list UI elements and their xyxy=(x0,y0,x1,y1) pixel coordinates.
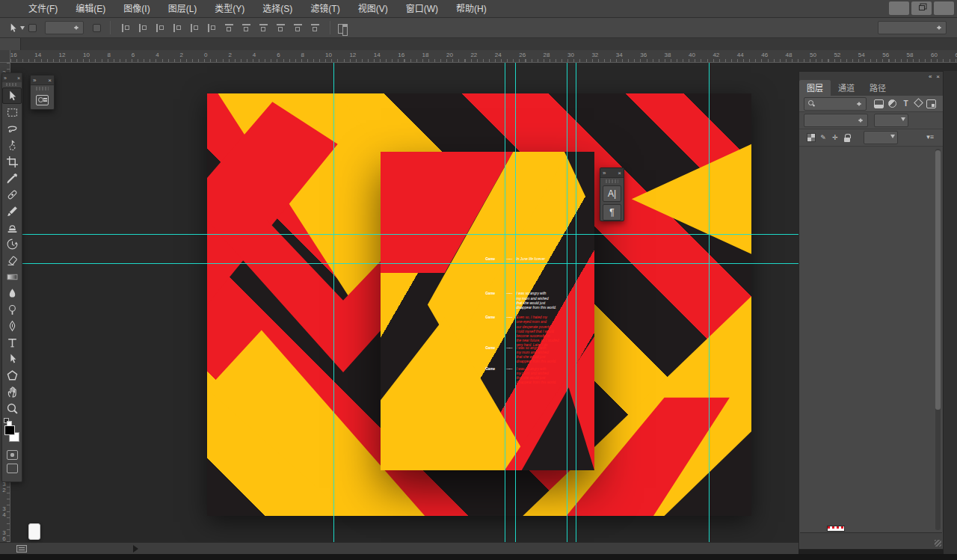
guide[interactable] xyxy=(333,63,334,542)
close-button[interactable] xyxy=(934,1,954,15)
restore-button[interactable] xyxy=(911,1,932,15)
layers-scrollbar[interactable] xyxy=(935,149,941,530)
zoom-tool[interactable] xyxy=(2,400,22,416)
document-tab[interactable] xyxy=(0,38,21,50)
close-icon[interactable]: × xyxy=(17,76,20,81)
guide[interactable] xyxy=(505,63,505,542)
minimize-button[interactable] xyxy=(889,1,909,15)
path-selection-tool[interactable] xyxy=(2,351,22,367)
blend-mode-dropdown[interactable] xyxy=(804,114,868,127)
filter-adjustment-icon[interactable] xyxy=(888,99,896,108)
lock-brush-icon[interactable]: ✎ xyxy=(819,133,828,142)
panel-thumbnail-icon[interactable] xyxy=(36,95,49,105)
panel-tab[interactable]: 通道 xyxy=(831,80,862,96)
close-icon[interactable]: × xyxy=(618,170,621,176)
menu-item[interactable]: 文件(F) xyxy=(19,0,67,18)
panel-resize-grip[interactable] xyxy=(935,540,941,547)
guide[interactable] xyxy=(10,263,798,264)
scrollbar-thumb[interactable] xyxy=(935,150,941,410)
move-tool-badge[interactable] xyxy=(7,22,25,34)
filter-smart-icon[interactable] xyxy=(926,99,936,108)
lock-move-icon[interactable]: ✛ xyxy=(831,133,840,142)
ruler-number: 36 xyxy=(640,52,647,58)
menu-item[interactable]: 视图(V) xyxy=(349,0,397,18)
menu-item[interactable]: 滤镜(T) xyxy=(301,0,348,18)
move-tool[interactable] xyxy=(2,87,22,104)
history-brush-tool[interactable] xyxy=(2,236,22,252)
expand-icon[interactable]: » xyxy=(4,76,7,81)
ruler-number: 30 xyxy=(567,52,574,58)
lasso-tool[interactable] xyxy=(2,120,22,137)
type-tool[interactable] xyxy=(2,334,22,351)
close-icon[interactable]: × xyxy=(936,73,940,80)
panel-tab[interactable]: 路径 xyxy=(862,80,893,96)
blur-tool[interactable] xyxy=(2,285,22,301)
partial-layer-row[interactable] xyxy=(800,526,942,532)
menu-item[interactable]: 帮助(H) xyxy=(447,0,496,18)
menu-item[interactable]: 类型(Y) xyxy=(206,0,253,18)
expand-icon[interactable]: » xyxy=(33,77,36,84)
menu-item[interactable]: 图层(L) xyxy=(159,0,206,18)
screen-mode-button[interactable] xyxy=(7,464,18,473)
guide[interactable] xyxy=(576,63,576,542)
show-transform-checkbox[interactable] xyxy=(93,24,101,32)
ruler-number: 32 xyxy=(591,52,598,58)
opacity-dropdown[interactable] xyxy=(874,114,908,127)
shape-tool[interactable] xyxy=(2,367,22,384)
clone-stamp-tool[interactable] xyxy=(2,219,22,236)
guide[interactable] xyxy=(515,63,516,542)
chevron-down-icon xyxy=(890,135,895,141)
chevron-down-icon xyxy=(20,26,25,32)
ruler-number: 8 xyxy=(107,52,110,58)
guide[interactable] xyxy=(10,234,798,235)
brush-tool[interactable] xyxy=(2,203,22,219)
lock-all-icon[interactable] xyxy=(843,133,852,142)
collapse-dock-icon[interactable]: « xyxy=(929,73,932,80)
ruler-number: 18 xyxy=(422,52,429,58)
toolbar-grip[interactable] xyxy=(6,83,18,86)
panel-grip[interactable] xyxy=(606,179,618,183)
eraser-tool[interactable] xyxy=(2,252,22,268)
panel-menu-icon[interactable]: ▾≡ xyxy=(922,133,938,143)
color-swatches xyxy=(2,421,22,446)
filter-icons: T xyxy=(874,99,936,108)
top-ruler[interactable]: 1614121086420246810121416182022242628303… xyxy=(10,50,957,63)
menu-item[interactable]: 图像(I) xyxy=(114,0,159,18)
lock-row: ✎✛ ▾≡ xyxy=(799,129,943,147)
filter-type-dropdown[interactable] xyxy=(804,97,867,111)
dodge-tool[interactable] xyxy=(2,301,22,318)
crop-tool[interactable] xyxy=(2,153,22,170)
close-icon[interactable]: × xyxy=(48,77,52,84)
panel-button[interactable]: A| xyxy=(603,185,621,202)
auto-select-checkbox[interactable] xyxy=(28,24,37,32)
auto-align-button[interactable] xyxy=(336,22,349,34)
quick-selection-tool[interactable] xyxy=(2,137,22,153)
panel-tab[interactable]: 图层 xyxy=(799,80,831,96)
status-menu-arrow-icon[interactable] xyxy=(133,545,142,553)
gradient-tool[interactable] xyxy=(2,268,22,285)
lock-transparent-icon[interactable] xyxy=(807,133,816,142)
panel-grip[interactable] xyxy=(36,87,49,90)
menu-item[interactable]: 编辑(E) xyxy=(67,0,114,18)
ruler-number: 6 xyxy=(132,52,135,58)
spot-healing-tool[interactable] xyxy=(2,186,22,203)
guide[interactable] xyxy=(709,63,710,542)
workspace-switcher[interactable] xyxy=(878,21,947,34)
expand-icon[interactable]: » xyxy=(603,170,606,176)
menu-item[interactable]: 窗口(W) xyxy=(397,0,447,18)
rectangular-marquee-tool[interactable] xyxy=(2,104,22,120)
eyedropper-tool[interactable] xyxy=(2,170,22,186)
menu-item[interactable]: 选择(S) xyxy=(253,0,301,18)
hand-tool[interactable] xyxy=(2,384,22,400)
guide[interactable] xyxy=(567,63,567,542)
panel-button[interactable]: ¶ xyxy=(603,204,621,221)
auto-select-dropdown[interactable] xyxy=(45,21,84,34)
pen-tool[interactable] xyxy=(2,318,22,334)
filter-shape-icon[interactable] xyxy=(914,98,923,108)
fill-dropdown[interactable] xyxy=(864,131,898,144)
filter-pixel-icon[interactable] xyxy=(874,99,884,108)
filter-type-icon[interactable]: T xyxy=(901,99,911,108)
foreground-color-swatch[interactable] xyxy=(4,425,15,435)
quick-mask-button[interactable] xyxy=(7,450,18,460)
toolbar-header: »× xyxy=(2,73,22,82)
